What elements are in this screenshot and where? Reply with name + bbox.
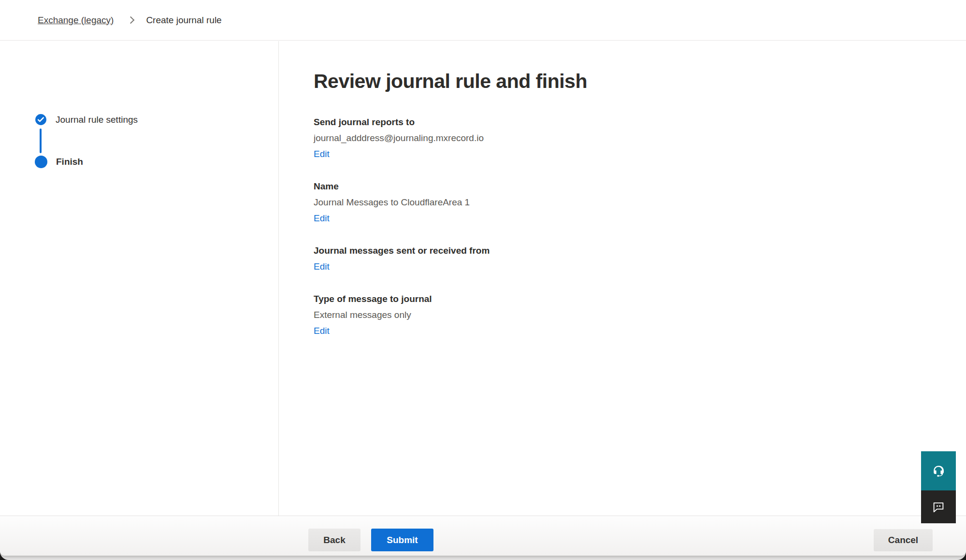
chevron-right-icon <box>127 16 135 24</box>
breadcrumb-exchange-legacy-link[interactable]: Exchange (legacy) <box>38 15 114 26</box>
headset-icon <box>931 464 946 478</box>
section-name: Name Journal Messages to CloudflareArea … <box>314 178 894 226</box>
help-button[interactable] <box>921 451 956 490</box>
feedback-icon <box>931 500 946 514</box>
step-label: Journal rule settings <box>56 115 138 125</box>
step-label: Finish <box>56 157 83 167</box>
section-title: Send journal reports to <box>314 114 894 130</box>
step-journal-rule-settings[interactable]: Journal rule settings <box>35 114 138 126</box>
breadcrumb: Exchange (legacy) Create journal rule <box>0 0 966 41</box>
cancel-button[interactable]: Cancel <box>874 529 933 551</box>
submit-button[interactable]: Submit <box>371 529 433 551</box>
back-button[interactable]: Back <box>308 529 360 551</box>
step-finish[interactable]: Finish <box>35 156 83 168</box>
message-type-value: External messages only <box>314 307 894 323</box>
section-title: Type of message to journal <box>314 291 894 307</box>
rule-name-value: Journal Messages to CloudflareArea 1 <box>314 194 894 210</box>
section-title: Name <box>314 178 894 194</box>
edit-send-journal-reports-link[interactable]: Edit <box>314 146 330 162</box>
step-connector-line <box>40 129 42 153</box>
edit-name-link[interactable]: Edit <box>314 210 330 226</box>
edit-message-type-link[interactable]: Edit <box>314 323 330 339</box>
wizard-steps-panel: Journal rule settings Finish <box>0 41 279 516</box>
edit-journal-messages-scope-link[interactable]: Edit <box>314 258 330 274</box>
step-current-dot-icon <box>35 156 47 168</box>
create-journal-rule-dialog: Exchange (legacy) Create journal rule Jo… <box>0 0 966 556</box>
page-title: Review journal rule and finish <box>314 69 894 94</box>
section-title: Journal messages sent or received from <box>314 243 894 258</box>
section-send-journal-reports-to: Send journal reports to journal_adddress… <box>314 114 894 162</box>
footer-action-bar: Back Submit Cancel <box>0 516 966 556</box>
review-content: Review journal rule and finish Send jour… <box>314 69 894 339</box>
app-window: Exchange (legacy) Create journal rule Jo… <box>0 0 966 560</box>
section-message-type: Type of message to journal External mess… <box>314 291 894 339</box>
step-completed-check-icon <box>35 114 47 126</box>
section-journal-messages-scope: Journal messages sent or received from E… <box>314 243 894 274</box>
breadcrumb-current-page: Create journal rule <box>146 15 221 26</box>
journal-report-address-value: journal_adddress@journaling.mxrecord.io <box>314 130 894 146</box>
feedback-button[interactable] <box>921 490 956 523</box>
